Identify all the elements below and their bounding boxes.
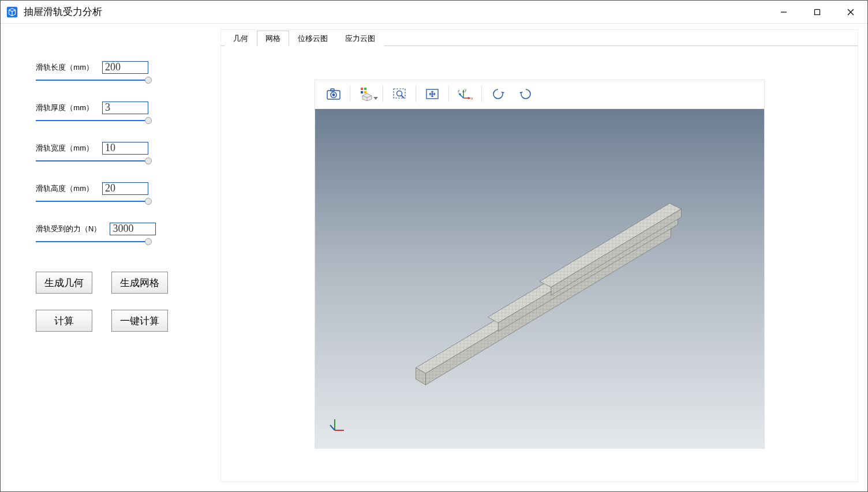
param-width-input[interactable]: 10 <box>102 142 148 155</box>
mesh-model <box>315 109 764 448</box>
axis-triad-icon[interactable]: x y z <box>451 82 479 106</box>
param-thickness-label: 滑轨厚度（mm） <box>36 103 93 113</box>
close-button[interactable] <box>834 1 867 24</box>
svg-marker-18 <box>468 97 470 99</box>
param-length-label: 滑轨长度（mm） <box>36 62 93 73</box>
tab-mesh[interactable]: 网格 <box>257 31 289 46</box>
param-thickness: 滑轨厚度（mm） 3 <box>36 102 189 125</box>
svg-text:z: z <box>458 89 460 93</box>
param-length-input[interactable]: 200 <box>102 61 148 74</box>
tab-stress[interactable]: 应力云图 <box>336 31 384 46</box>
titlebar: 抽屉滑轨受力分析 <box>1 1 867 24</box>
one-click-compute-button[interactable]: 一键计算 <box>111 310 168 332</box>
tabbar: 几何 网格 位移云图 应力云图 <box>221 30 858 46</box>
param-width-slider[interactable] <box>36 157 148 165</box>
param-height: 滑轨高度（mm） 20 <box>36 182 189 205</box>
svg-marker-35 <box>540 203 681 287</box>
svg-rect-8 <box>331 89 334 91</box>
generate-mesh-button[interactable]: 生成网格 <box>111 272 168 294</box>
svg-rect-10 <box>364 88 366 90</box>
param-length-slider[interactable] <box>36 76 148 84</box>
app-icon <box>5 5 19 19</box>
svg-marker-26 <box>501 92 504 94</box>
svg-marker-36 <box>551 209 680 295</box>
param-height-input[interactable]: 20 <box>102 182 148 195</box>
camera-icon[interactable] <box>320 82 347 106</box>
param-force-input[interactable]: 3000 <box>110 223 156 235</box>
svg-rect-13 <box>394 89 405 98</box>
rotate-cw-icon[interactable] <box>512 82 540 106</box>
tab-displacement[interactable]: 位移云图 <box>289 31 336 46</box>
param-length: 滑轨长度（mm） 200 <box>36 61 189 84</box>
param-height-label: 滑轨高度（mm） <box>36 183 93 194</box>
svg-text:x: x <box>471 96 473 100</box>
param-force-label: 滑轨受到的力（N） <box>36 224 101 234</box>
param-width: 滑轨宽度（mm） 10 <box>36 142 189 165</box>
svg-point-7 <box>332 93 335 96</box>
fit-view-icon[interactable] <box>418 82 446 106</box>
svg-point-14 <box>396 91 402 96</box>
app-title: 抽屉滑轨受力分析 <box>24 5 102 18</box>
compute-button[interactable]: 计算 <box>36 310 92 332</box>
minimize-button[interactable] <box>767 1 800 24</box>
parameter-panel: 滑轨长度（mm） 200 滑轨厚度（mm） 3 滑轨宽度（mm） <box>10 29 220 482</box>
param-width-label: 滑轨宽度（mm） <box>36 143 93 153</box>
app-window: 抽屉滑轨受力分析 滑轨长度（mm） 200 <box>0 0 868 492</box>
viewer: x y z <box>315 80 765 449</box>
content-area: 滑轨长度（mm） 200 滑轨厚度（mm） 3 滑轨宽度（mm） <box>1 24 867 491</box>
svg-text:y: y <box>465 88 467 92</box>
param-thickness-input[interactable]: 3 <box>102 102 148 114</box>
zoom-region-icon[interactable] <box>386 82 413 106</box>
svg-rect-9 <box>361 88 363 90</box>
viewer-toolbar: x y z <box>315 80 764 109</box>
view-cube-icon[interactable] <box>353 82 380 106</box>
param-force: 滑轨受到的力（N） 3000 <box>36 223 189 246</box>
svg-rect-12 <box>364 91 366 93</box>
svg-rect-11 <box>361 91 363 93</box>
param-force-slider[interactable] <box>36 238 148 246</box>
results-panel: 几何 网格 位移云图 应力云图 <box>220 29 858 482</box>
svg-rect-2 <box>815 9 820 14</box>
tab-content: x y z <box>221 46 858 482</box>
svg-line-39 <box>330 425 335 430</box>
param-thickness-slider[interactable] <box>36 117 148 125</box>
rotate-ccw-icon[interactable] <box>484 82 512 106</box>
tab-geometry[interactable]: 几何 <box>225 31 257 46</box>
param-height-slider[interactable] <box>36 197 148 205</box>
generate-geometry-button[interactable]: 生成几何 <box>36 272 92 294</box>
svg-line-15 <box>401 96 404 99</box>
viewport-triad-icon <box>329 416 346 433</box>
svg-marker-27 <box>519 92 523 94</box>
maximize-button[interactable] <box>800 1 834 24</box>
viewport-3d[interactable] <box>315 109 764 448</box>
